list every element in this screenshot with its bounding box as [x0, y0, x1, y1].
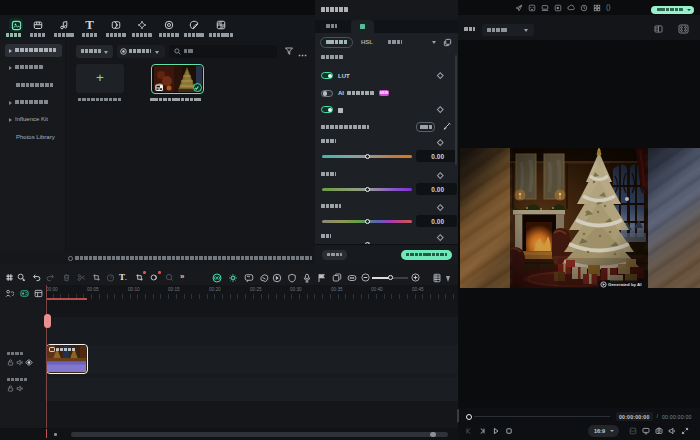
- svg-text:Generated by AI: Generated by AI: [608, 282, 642, 287]
